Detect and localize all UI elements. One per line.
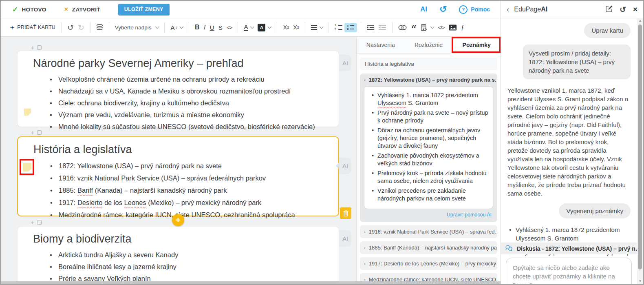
card-bullet[interactable]: Význam pre vedu, vzdelávanie, turizmus a… <box>58 109 326 121</box>
card-bullet[interactable]: 1917: Desierto de los Leones (Mexiko) – … <box>59 196 326 209</box>
card-bullet-list: Veľkoplošné chránené územia určené na oc… <box>18 73 339 133</box>
tab-rozlozenie[interactable]: Rozloženie <box>405 37 453 53</box>
insert-card-between-widget[interactable]: + <box>31 129 42 136</box>
scroll-down-arrow[interactable]: ▼ <box>637 278 643 284</box>
note-content-box[interactable]: Vyhlásený 1. marca 1872 prezidentom Ulys… <box>364 86 493 209</box>
help-button[interactable]: ? Pomoc <box>459 5 490 14</box>
card-bullet[interactable]: Boreálne ihličnaté lesy a jazerné krajin… <box>58 261 326 273</box>
note-item-label: 1917: Desierto de los Leones (Mexiko) – … <box>369 261 497 267</box>
card-bullet[interactable]: 1872: Yellowstone (USA) – prvý národný p… <box>59 160 326 172</box>
add-card-here-button[interactable]: + <box>172 214 184 226</box>
heading-select[interactable]: Vyberte nadpis <box>113 24 161 31</box>
card-bullet[interactable]: Mnohé lokality sú súčasťou siete UNESCO … <box>58 121 326 133</box>
card-ai-tab[interactable]: AI <box>339 158 351 174</box>
snippet-template-button[interactable] <box>419 24 436 31</box>
bullet-list-button-active[interactable] <box>344 23 357 32</box>
card-ai-tab[interactable]: AI <box>339 55 351 71</box>
indent-button[interactable] <box>377 24 388 30</box>
ai-button[interactable]: AI <box>420 5 427 13</box>
note-text: S. Grantom <box>406 100 438 106</box>
card-bullet[interactable]: Medzinárodné rámce: kategórie IUCN, siet… <box>59 209 326 221</box>
history-icon[interactable]: ↺ <box>439 5 447 14</box>
bold-button[interactable]: B <box>193 24 202 31</box>
note-item[interactable]: •1885: Banff (Kanada) – najstarší kanads… <box>360 241 497 254</box>
font-size-button[interactable]: A ↕ <box>168 24 185 31</box>
note-item[interactable]: •1916: vznik National Park Service (USA)… <box>360 225 497 238</box>
card-bullet-list: Arktická tundra Aljašky a severu Kanady … <box>18 249 339 284</box>
chat-input-box[interactable] <box>506 258 632 285</box>
annotation-red-box-sticky <box>20 159 34 175</box>
close-editor-button[interactable]: × ZATVORIŤ <box>64 5 100 13</box>
back-chevron-icon[interactable]: ‹ <box>507 5 509 14</box>
link-button[interactable] <box>396 25 409 30</box>
slide-canvas[interactable]: + Národné parky Severnej Ameriky – prehľ… <box>1 37 356 284</box>
insert-plus-icon: + <box>31 129 34 136</box>
bullet-list-icon <box>347 25 355 30</box>
discussion-header[interactable]: Diskusia - 1872: Yellowstone (USA) – prv… <box>501 243 637 254</box>
subscript-button[interactable]: X2 <box>291 24 301 31</box>
insert-card-above-widget[interactable]: + <box>31 44 42 51</box>
done-button[interactable]: ✓ HOTOVO <box>12 5 46 14</box>
card-title: Biomy a biodiverzita <box>18 227 339 245</box>
code-block-button[interactable]: </> <box>436 24 447 31</box>
sup-base: X <box>283 24 287 31</box>
card-biomes[interactable]: Biomy a biodiverzita Arktická tundra Alj… <box>17 226 339 284</box>
layers-icon[interactable] <box>94 24 105 31</box>
note-text: Vyhlásený 1. marca 1872 prezidentom <box>377 92 478 98</box>
edit-with-ai-link[interactable]: Upraviť pomocou AI <box>360 211 497 221</box>
tab-nastavenia[interactable]: Nastavenia <box>357 37 405 53</box>
blockquote-button[interactable]: “ <box>409 23 419 32</box>
card-bullet[interactable]: Ciele: ochrana biodiverzity, krajiny a k… <box>58 97 326 109</box>
generate-notes-chip[interactable]: Vygeneruj poznámky <box>559 203 631 218</box>
undo-button[interactable]: ↺ <box>65 23 76 32</box>
panel-title-regular: EduPage <box>514 6 541 13</box>
card-ai-tab[interactable]: AI <box>339 230 351 247</box>
edit-card-chip[interactable]: Uprav kartu <box>584 23 631 38</box>
text-color-button[interactable]: A <box>242 24 256 31</box>
note-sticky-icon[interactable] <box>23 163 31 171</box>
formula-button[interactable]: ƒ <box>459 23 467 31</box>
card-history-selected[interactable]: História a legislatíva 1872: Yellowstone… <box>17 136 339 216</box>
chat-input[interactable] <box>512 263 627 285</box>
add-card-button[interactable]: + PRIDAŤ KARTU <box>8 24 57 31</box>
divider <box>189 22 189 33</box>
italic-button[interactable]: I <box>201 24 207 31</box>
vertical-scrollbar[interactable]: ▲ ▼ <box>637 18 643 284</box>
outdent-button[interactable] <box>365 24 377 30</box>
strikethrough-button[interactable]: S <box>216 24 225 31</box>
card-bullet[interactable]: Arktická tundra Aljašky a severu Kanady <box>58 249 326 261</box>
horizontal-scrollbar[interactable] <box>1 281 501 284</box>
note-bullet: Zachovanie pôvodných ekosystémov a veľký… <box>377 152 489 167</box>
card-bullet[interactable]: Nachádzajú sa v USA, Kanade a Mexiku s o… <box>58 85 326 97</box>
note-sticky-icon[interactable] <box>24 109 31 116</box>
insert-card-between-widget[interactable]: + <box>31 219 42 226</box>
card-overview[interactable]: Národné parky Severnej Ameriky – prehľad… <box>17 51 339 127</box>
scrollbar-thumb[interactable] <box>638 24 642 269</box>
card-bullet[interactable]: 1916: vznik National Park Service (USA) … <box>59 172 326 184</box>
align-button[interactable] <box>309 25 325 30</box>
formatting-toolbar: + PRIDAŤ KARTU ↺ ↻ Vyberte nadpis A ↕ B … <box>1 18 501 37</box>
highlight-color-button[interactable]: A <box>256 24 273 31</box>
image-button[interactable] <box>447 24 459 31</box>
redo-button[interactable]: ↻ <box>76 23 86 32</box>
save-changes-button[interactable]: ULOŽIŤ ZMENY <box>118 4 170 16</box>
sub-idx: 2 <box>297 25 299 29</box>
note-item-active[interactable]: • 1872: Yellowstone (USA) – prvý národný… <box>360 73 497 85</box>
divider <box>238 22 238 33</box>
history-icon[interactable]: ↺ <box>620 6 626 13</box>
underline-button[interactable]: U <box>208 24 216 31</box>
numbered-list-button[interactable]: 1 2 <box>333 24 344 31</box>
superscript-button[interactable]: X2 <box>281 24 291 31</box>
note-item[interactable]: •1917: Desierto de los Leones (Mexiko) –… <box>360 257 497 270</box>
close-panel-icon[interactable]: × <box>633 5 637 14</box>
card-bullet[interactable]: Veľkoplošné chránené územia určené na oc… <box>58 73 326 85</box>
bullet-text: 1885: <box>59 187 77 194</box>
ai-tab-label: AI <box>342 235 348 242</box>
edit-pencil-icon[interactable] <box>606 5 613 14</box>
delete-card-button[interactable] <box>340 207 351 219</box>
ai-tab-label: AI <box>342 163 348 169</box>
note-item-label: 1916: vznik National Park Service (USA) … <box>369 229 497 235</box>
card-bullet[interactable]: 1885: Banff (Kanada) – najstarší kanadsk… <box>59 184 326 196</box>
inline-code-button[interactable]: <> <box>225 24 234 31</box>
scroll-up-arrow[interactable]: ▲ <box>637 18 643 24</box>
